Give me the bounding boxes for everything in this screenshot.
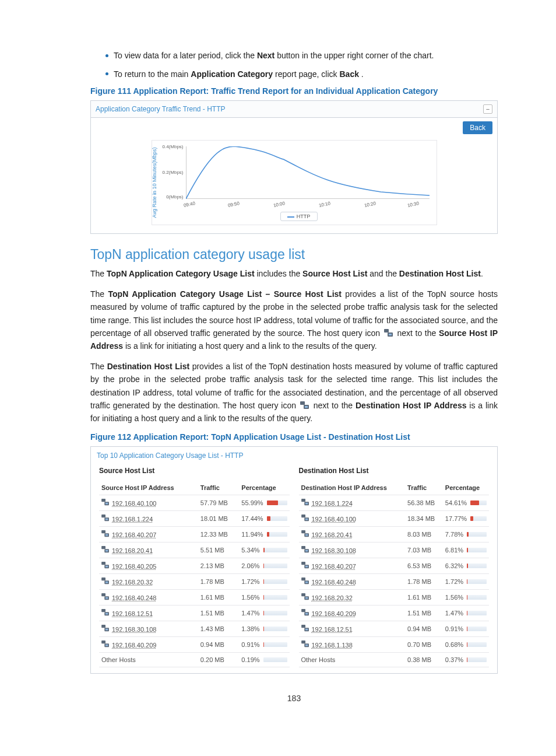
minimize-button[interactable]: − xyxy=(483,104,492,114)
traffic-cell: 56.38 MB xyxy=(405,495,443,510)
host-query-icon[interactable] xyxy=(101,499,110,506)
table-row: 192.168.40.205 2.13 MB 2.06% xyxy=(99,558,290,573)
ip-link[interactable]: 192.168.30.108 xyxy=(99,621,198,636)
ip-link[interactable]: 192.168.40.207 xyxy=(299,558,406,573)
page-number: 183 xyxy=(90,694,498,703)
paragraph: The TopN Application Category Usage List… xyxy=(90,267,498,280)
destination-table: Destination Host IP Address Traffic Perc… xyxy=(299,481,490,667)
ip-link[interactable]: 192.168.1.224 xyxy=(99,510,198,526)
ip-link[interactable]: 192.168.20.32 xyxy=(299,589,406,605)
ip-link[interactable]: 192.168.30.108 xyxy=(299,542,406,558)
ip-link[interactable]: 192.168.20.41 xyxy=(99,542,198,558)
text: To return to the main xyxy=(114,69,191,79)
host-query-icon[interactable] xyxy=(301,546,309,553)
host-query-icon[interactable] xyxy=(301,499,309,506)
traffic-cell: 1.43 MB xyxy=(198,621,240,636)
ip-link[interactable]: 192.168.12.51 xyxy=(299,621,406,636)
table-row: 192.168.40.207 12.33 MB 11.94% xyxy=(99,526,290,542)
traffic-cell: 0.94 MB xyxy=(405,621,443,636)
ip-link[interactable]: 192.168.40.205 xyxy=(99,558,198,573)
host-query-icon[interactable] xyxy=(301,625,309,632)
section-heading: TopN application category usage list xyxy=(90,247,498,262)
traffic-cell: 0.20 MB xyxy=(198,652,240,667)
host-query-icon[interactable] xyxy=(101,514,110,522)
percentage-cell: 7.78% xyxy=(443,526,489,542)
table-row: 192.168.20.41 8.03 MB 7.78% xyxy=(299,526,490,542)
y-tick: 0.2(Mbps) xyxy=(158,170,184,175)
table-row: Other Hosts 0.38 MB 0.37% xyxy=(299,652,490,667)
host-query-icon[interactable] xyxy=(101,530,110,537)
host-query-icon[interactable] xyxy=(301,593,309,600)
percentage-cell: 6.81% xyxy=(443,542,489,558)
x-tick: 10:30 xyxy=(407,201,419,208)
percentage-cell: 1.56% xyxy=(239,589,289,605)
ip-link[interactable]: 192.168.1.224 xyxy=(299,495,406,510)
traffic-cell: 7.03 MB xyxy=(405,542,443,558)
percentage-cell: 0.91% xyxy=(239,636,289,652)
host-query-icon[interactable] xyxy=(301,578,309,584)
ip-link[interactable]: 192.168.20.41 xyxy=(299,526,406,542)
chart-panel: Application Category Traffic Trend - HTT… xyxy=(90,100,498,234)
host-query-icon[interactable] xyxy=(301,530,309,537)
text: button in the upper right corner of the … xyxy=(277,51,434,60)
bold-term: Application Category xyxy=(191,69,273,79)
table-row: 192.168.12.51 0.94 MB 0.91% xyxy=(299,621,490,636)
y-axis-label: Avg Rate in 10 Minutes(Mbps) xyxy=(152,148,157,218)
percentage-cell: 0.19% xyxy=(239,652,289,667)
traffic-cell: 1.51 MB xyxy=(405,605,443,621)
source-table: Source Host IP Address Traffic Percentag… xyxy=(99,481,290,667)
y-tick: 0.4(Mbps) xyxy=(158,144,184,149)
percentage-cell: 1.47% xyxy=(239,605,289,621)
host-query-icon[interactable] xyxy=(301,562,309,569)
ip-link[interactable]: 192.168.12.51 xyxy=(99,605,198,621)
bullet-list: To view data for a later period, click t… xyxy=(90,50,498,80)
host-query-icon[interactable] xyxy=(101,640,110,648)
ip-link[interactable]: 192.168.20.32 xyxy=(99,573,198,589)
list-title: Source Host List xyxy=(99,467,290,475)
host-query-icon[interactable] xyxy=(101,562,110,569)
ip-link[interactable]: 192.168.40.207 xyxy=(99,526,198,542)
traffic-cell: 0.94 MB xyxy=(198,636,240,652)
percentage-cell: 1.38% xyxy=(239,621,289,636)
traffic-cell: 57.79 MB xyxy=(198,495,240,510)
host-query-icon[interactable] xyxy=(301,609,309,616)
ip-link[interactable]: 192.168.40.248 xyxy=(99,589,198,605)
col-header: Source Host IP Address xyxy=(99,481,198,495)
table-row: 192.168.40.100 57.79 MB 55.99% xyxy=(99,495,290,510)
ip-link[interactable]: 192.168.40.209 xyxy=(299,605,406,621)
traffic-cell: 0.38 MB xyxy=(405,652,443,667)
bullet-item: To return to the main Application Catego… xyxy=(105,68,498,81)
host-query-icon[interactable] xyxy=(101,625,110,632)
host-query-icon[interactable] xyxy=(301,514,309,522)
ip-link[interactable]: 192.168.40.100 xyxy=(299,510,406,526)
percentage-cell: 0.91% xyxy=(443,621,489,636)
table-row: Other Hosts 0.20 MB 0.19% xyxy=(99,652,290,667)
host-query-icon[interactable] xyxy=(301,640,309,648)
traffic-cell: 1.61 MB xyxy=(198,589,240,605)
host-query-icon[interactable] xyxy=(101,609,110,616)
host-query-icon[interactable] xyxy=(101,546,110,553)
traffic-cell: 1.61 MB xyxy=(405,589,443,605)
host-query-icon[interactable] xyxy=(101,578,110,584)
traffic-cell: 2.13 MB xyxy=(198,558,240,573)
y-tick: 0(Mbps) xyxy=(158,194,184,200)
percentage-cell: 1.47% xyxy=(443,605,489,621)
text: To view data for a later period, click t… xyxy=(114,51,257,60)
col-header: Traffic xyxy=(405,481,443,495)
traffic-cell: 1.78 MB xyxy=(405,573,443,589)
ip-link[interactable]: 192.168.40.248 xyxy=(299,573,406,589)
table-row: 192.168.12.51 1.51 MB 1.47% xyxy=(99,605,290,621)
table-row: 192.168.20.32 1.78 MB 1.72% xyxy=(99,573,290,589)
col-header: Traffic xyxy=(198,481,240,495)
table-row: 192.168.40.207 6.53 MB 6.32% xyxy=(299,558,490,573)
other-hosts-label: Other Hosts xyxy=(299,652,406,667)
percentage-cell: 11.94% xyxy=(239,526,289,542)
table-row: 192.168.1.224 56.38 MB 54.61% xyxy=(299,495,490,510)
ip-link[interactable]: 192.168.1.138 xyxy=(299,636,406,652)
paragraph: The TopN Application Category Usage List… xyxy=(90,288,498,353)
ip-link[interactable]: 192.168.40.100 xyxy=(99,495,198,510)
host-query-icon[interactable] xyxy=(101,593,110,600)
back-button[interactable]: Back xyxy=(463,121,492,134)
ip-link[interactable]: 192.168.40.209 xyxy=(99,636,198,652)
host-query-icon xyxy=(300,400,309,408)
